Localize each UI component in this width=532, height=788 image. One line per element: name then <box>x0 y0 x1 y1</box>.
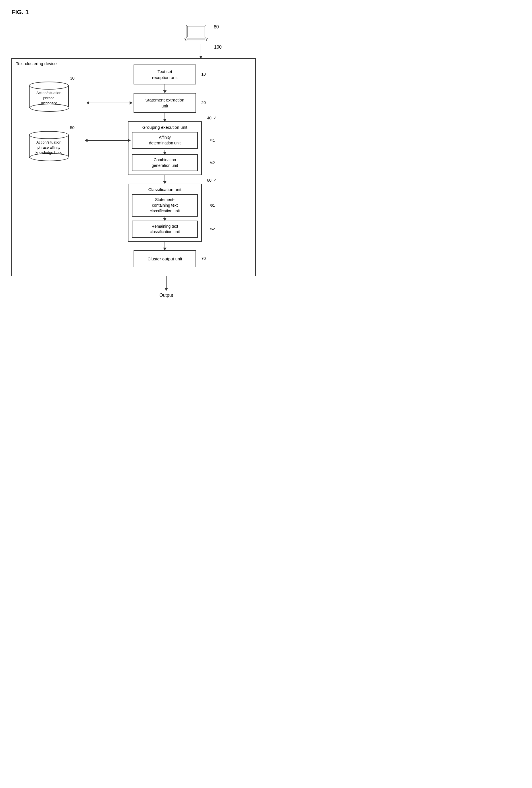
classification-outer-box: 60 / Classification unit Statement-conta… <box>128 184 202 242</box>
bidir-kb-right <box>128 139 131 142</box>
cylinder-affinity-shape: Action/situationphrase affinityknowledge… <box>29 131 69 158</box>
ref-60-slash: / <box>213 178 216 182</box>
remaining-text-wrap: Remaining textclassification unit / 62 <box>132 221 198 238</box>
ref-40: 40 <box>207 116 212 120</box>
computer-icon: 80 100 <box>182 24 210 44</box>
ref-40-slash: / <box>213 116 216 120</box>
statement-extraction-label: Statement extractionunit <box>145 97 184 109</box>
ref-20: 20 <box>201 100 206 106</box>
cluster-output-label: Cluster output unit <box>147 256 182 262</box>
ref-62: 62 <box>211 226 215 232</box>
cylinder-dict: 30 Action/situationphrasedictionary <box>29 82 69 108</box>
diagram-wrapper: 80 100 Text clustering device 30 <box>12 24 256 298</box>
ref-50: 50 <box>70 125 75 130</box>
cluster-output-box: Cluster output unit 70 <box>134 250 196 267</box>
cyl-top-2 <box>29 131 69 139</box>
ref-61: 61 <box>211 203 215 208</box>
svg-rect-1 <box>187 26 205 37</box>
arrow-computer-to-box <box>12 44 256 58</box>
cyl-label-2: Action/situationphrase affinityknowledge… <box>32 140 66 156</box>
bidir-arrow-dict <box>87 103 132 103</box>
remaining-text-label: Remaining textclassification unit <box>150 224 180 235</box>
grouping-outer-box: 40 / Grouping execution unit Affinitydet… <box>128 121 202 175</box>
ref-30: 30 <box>70 76 75 80</box>
arrow-output-head <box>164 288 168 291</box>
bidir-arrow-kb <box>85 140 131 141</box>
combination-inner-wrap: Combinationgeneration unit / 42 <box>132 154 198 171</box>
left-right-section: 30 Action/situationphrasedictionary 50 <box>18 64 250 267</box>
bidir-left-head <box>86 101 89 105</box>
affinity-inner-wrap: Affinitydetermination unit / 41 <box>132 132 198 149</box>
combination-generation-label: Combinationgeneration unit <box>152 157 178 168</box>
svg-rect-2 <box>187 39 205 40</box>
label-80: 80 <box>214 24 219 29</box>
cylinder-dict-shape: Action/situationphrasedictionary <box>29 82 69 108</box>
ref-70: 70 <box>201 256 206 261</box>
ref-41: 41 <box>211 138 215 143</box>
main-box: Text clustering device 30 Action/situati… <box>12 58 256 276</box>
text-set-reception-wrap: Text setreception unit 10 <box>134 64 196 84</box>
affinity-determination-label: Affinitydetermination unit <box>149 135 180 146</box>
arrow-down-line <box>201 44 201 58</box>
cyl-top-1 <box>29 82 69 90</box>
arrow-output-line <box>166 276 166 291</box>
right-col: Text setreception unit 10 Statement extr… <box>80 64 250 267</box>
grouping-outer-wrap: 40 / Grouping execution unit Affinitydet… <box>128 121 202 175</box>
statement-containing-box: Statement-containing textclassification … <box>132 194 198 217</box>
output-label: Output <box>159 293 173 298</box>
output-area: Output <box>12 291 256 298</box>
arrow1 <box>134 84 196 93</box>
statement-containing-wrap: Statement-containing textclassification … <box>132 194 198 217</box>
arrow-inner1 <box>132 151 198 154</box>
ref-42: 42 <box>211 160 215 165</box>
statement-extraction-box: Statement extractionunit 20 <box>134 93 196 113</box>
remaining-text-box: Remaining textclassification unit / 62 <box>132 221 198 238</box>
cyl-label-1: Action/situationphrasedictionary <box>32 91 66 106</box>
classification-outer-wrap: 60 / Classification unit Statement-conta… <box>128 184 202 242</box>
ref-60: 60 <box>207 178 212 182</box>
statement-containing-label: Statement-containing textclassification … <box>150 197 180 214</box>
arrow4 <box>134 242 196 250</box>
combination-generation-box: Combinationgeneration unit / 42 <box>132 154 198 171</box>
ref-10: 10 <box>201 72 206 77</box>
computer-area: 80 100 <box>12 24 256 44</box>
statement-extraction-wrap: Statement extractionunit 20 <box>134 93 196 113</box>
grouping-title: Grouping execution unit <box>132 125 198 130</box>
classification-title: Classification unit <box>132 187 198 192</box>
arrow3 <box>128 175 202 184</box>
arrow-inner2 <box>132 217 198 221</box>
bidir-kb-left <box>85 139 87 142</box>
text-set-reception-label: Text setreception unit <box>152 68 178 80</box>
arrow-output <box>12 276 256 291</box>
page-title: FIG. 1 <box>12 8 255 16</box>
affinity-determination-box: Affinitydetermination unit / 41 <box>132 132 198 149</box>
left-col: 30 Action/situationphrasedictionary 50 <box>18 64 80 267</box>
text-set-reception-box: Text setreception unit 10 <box>134 64 196 84</box>
cylinder-affinity: 50 Action/situationphrase affinityknowle… <box>29 131 69 158</box>
cluster-output-wrap: Cluster output unit 70 <box>134 250 196 267</box>
bidir-right-head <box>130 101 133 105</box>
arrow2 <box>128 113 202 121</box>
